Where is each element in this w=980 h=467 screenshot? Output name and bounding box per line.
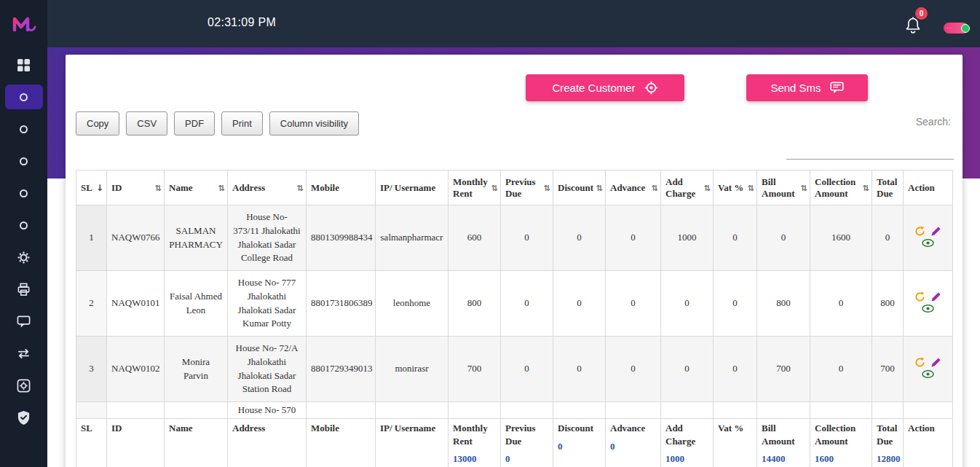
col-header-total-due[interactable]: Total Due [872,170,904,205]
recharge-button[interactable] [914,225,926,238]
sort-icon: ⇅ [155,183,162,192]
notification-count-badge: 0 [915,7,928,20]
cell-advance: 0 [606,271,661,337]
col-header-monthly-rent[interactable]: Monthly Rent⇅ [448,170,501,205]
sort-desc-icon: ↓ [96,183,103,193]
sort-icon: ⇅ [652,183,658,192]
brand-logo[interactable] [0,0,47,47]
pdf-button[interactable]: PDF [174,111,215,136]
col-header-previus-due[interactable]: Previus Due⇅ [501,170,553,205]
create-customer-button[interactable]: Create Customer [526,74,684,101]
table-footer-row: SL ID Name Address Mobile IP/ Username M… [76,419,953,467]
action-cell [904,205,953,271]
col-header-name[interactable]: Name⇅ [165,170,228,205]
user-status-pill[interactable]: ∙∙∙ [944,23,968,34]
cell-mobile: 8801309988434 [307,205,376,271]
view-button[interactable] [921,238,935,248]
footer-add-charge-total: 1000 [665,453,708,465]
edit-button[interactable] [930,356,942,369]
cell-bill-amount: 0 [757,205,810,271]
sidebar-item-customers-active[interactable] [0,81,47,113]
send-sms-button[interactable]: Send Sms [746,74,868,101]
sidebar-item-print[interactable] [0,273,47,305]
cell-vat: 0 [714,205,757,271]
sidebar-item-messages[interactable] [0,305,47,337]
sidebar-item-section-5[interactable] [0,209,47,241]
sidebar-item-system-settings[interactable] [0,369,47,401]
cell-id: NAQW0102 [107,337,165,402]
refresh-icon [914,226,925,237]
col-header-vat[interactable]: Vat %⇅ [714,170,757,205]
cell-total-due: 0 [872,205,904,271]
sidebar-item-settings[interactable] [0,241,47,273]
notifications-button[interactable]: 0 [904,16,923,38]
sidebar-item-section-2[interactable] [0,113,47,145]
cell-sl: 1 [76,205,107,271]
cell-bill-amount: 700 [757,337,810,402]
footer-action: Action [908,422,948,435]
col-header-add-charge[interactable]: Add Charge⇅ [661,170,714,205]
table-row: 2 NAQW0101 Faisal Ahmed Leon House No- 7… [76,271,953,337]
footer-bill-amount-total: 14400 [762,453,805,465]
col-header-username[interactable]: IP/ Username [376,170,448,205]
footer-vat-label: Vat % [718,422,752,435]
edit-button[interactable] [930,225,942,238]
cell-add-charge: 0 [661,337,714,402]
sidebar-item-dashboard[interactable] [0,49,47,81]
sidebar-item-security[interactable] [0,401,47,433]
footer-sl: SL [81,422,102,435]
chat-icon [17,315,31,329]
cell-id: NAQW0101 [107,271,165,337]
search-input[interactable] [786,136,954,160]
active-highlight [5,85,43,109]
sort-icon: ⇅ [297,183,304,192]
view-button[interactable] [921,304,935,313]
export-toolbar: Copy CSV PDF Print Column visibility [76,111,365,136]
cell-add-charge: 1000 [661,205,714,271]
target-icon [644,81,658,95]
col-header-advance[interactable]: Advance⇅ [606,170,661,205]
cell-name: Faisal Ahmed Leon [165,271,228,337]
sidebar-item-section-3[interactable] [0,145,47,177]
sms-icon [830,82,844,94]
csv-button[interactable]: CSV [126,111,167,136]
col-header-bill-amount[interactable]: Bill Amount⇅ [757,170,810,205]
table-row-partial: House No- 570 [76,402,953,419]
col-header-collection-amount[interactable]: Collection Amount⇅ [810,170,872,205]
cell-sl: 3 [76,337,107,402]
footer-monthly-rent-total: 13000 [453,453,496,465]
cell-sl: 2 [76,271,107,337]
print-button[interactable]: Print [221,111,263,136]
footer-add-charge-label: Add Charge [665,422,708,447]
cell-username: monirasr [376,337,448,402]
cell-add-charge: 0 [661,271,714,337]
column-visibility-button[interactable]: Column visibility [269,111,359,136]
col-header-address[interactable]: Address⇅ [228,170,307,205]
circle-icon [20,125,28,133]
edit-button[interactable] [930,291,942,303]
footer-address: Address [232,422,301,435]
recharge-button[interactable] [914,356,926,369]
col-header-discount[interactable]: Discount⇅ [553,170,606,205]
eye-icon [922,370,934,378]
col-header-action: Action [904,170,953,205]
cell-collection-amount: 0 [810,337,872,402]
sidebar-item-transactions[interactable] [0,337,47,369]
circle-icon [20,157,28,165]
footer-discount-label: Discount [558,422,601,435]
sidebar-item-section-4[interactable] [0,177,47,209]
footer-discount-total: 0 [558,441,601,452]
search-label: Search: [916,116,951,127]
cell-address: House No- 777 Jhalokathi Jhalokati Sadar… [228,271,307,337]
cell-address: House No- 570 [228,402,307,419]
send-sms-label: Send Sms [770,82,821,94]
col-header-mobile[interactable]: Mobile [307,170,376,205]
col-header-sl[interactable]: SL↓ [76,170,107,205]
recharge-button[interactable] [914,291,926,303]
footer-mobile: Mobile [311,422,371,435]
copy-button[interactable]: Copy [76,111,119,136]
pencil-icon [931,291,941,302]
footer-name: Name [169,422,223,435]
view-button[interactable] [921,369,935,379]
col-header-id[interactable]: ID⇅ [107,170,165,205]
